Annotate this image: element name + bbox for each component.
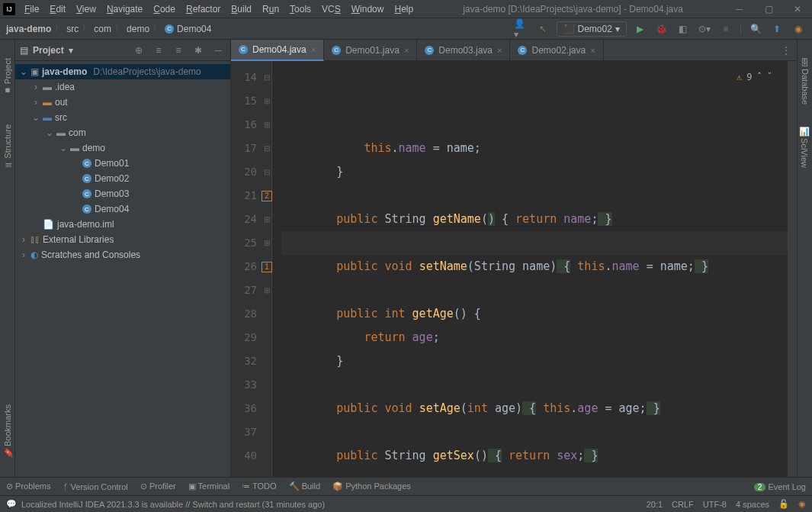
- crumb-demo[interactable]: demo: [127, 24, 149, 34]
- expand-all-button[interactable]: ≡: [151, 43, 166, 58]
- error-stripe[interactable]: [788, 61, 797, 477]
- titlebar: IJ File Edit View Navigate Code Refactor…: [0, 0, 812, 18]
- tool-problems[interactable]: ⊘ Problems: [6, 481, 51, 491]
- project-view-icon: ▤: [20, 45, 28, 56]
- maximize-button[interactable]: ▢: [757, 4, 780, 14]
- run-configuration-selector[interactable]: ⬛ Demo02 ▾: [557, 21, 627, 37]
- next-highlight-button[interactable]: ˇ: [767, 66, 772, 89]
- line-separator[interactable]: CRLF: [672, 500, 694, 509]
- panel-dropdown-icon[interactable]: ▾: [69, 45, 73, 56]
- tool-build[interactable]: 🔨 Build: [289, 481, 321, 491]
- close-button[interactable]: ✕: [786, 4, 809, 14]
- tree-demo[interactable]: ⌄▬demo: [15, 140, 230, 156]
- panel-settings-button[interactable]: ✱: [191, 43, 206, 58]
- tree-class-demo01[interactable]: CDemo01: [15, 156, 230, 171]
- line-number-gutter[interactable]: 1415161720212425262728293233363740: [231, 61, 262, 477]
- minimize-button[interactable]: ─: [728, 4, 751, 14]
- tabs-more-button[interactable]: ⋮: [775, 45, 797, 56]
- stop-button[interactable]: ■: [718, 21, 733, 37]
- tool-terminal[interactable]: ▣ Terminal: [188, 481, 229, 491]
- close-icon[interactable]: ×: [404, 46, 409, 55]
- collapse-all-button[interactable]: ≡: [171, 43, 186, 58]
- tool-structure-tab[interactable]: ⫼ Structure: [2, 121, 14, 172]
- tree-iml[interactable]: 📄java-demo.iml: [15, 217, 230, 232]
- menu-code[interactable]: Code: [149, 2, 180, 16]
- tab-demo03[interactable]: CDemo03.java×: [417, 40, 510, 61]
- tree-class-demo02[interactable]: CDemo02: [15, 171, 230, 186]
- menu-file[interactable]: File: [20, 2, 43, 16]
- tree-external-libs[interactable]: ›⫿⫿External Libraries: [15, 232, 230, 247]
- tool-profiler[interactable]: ⊙ Profiler: [140, 481, 176, 491]
- crumb-src[interactable]: src: [66, 24, 79, 34]
- run-button[interactable]: ▶: [633, 21, 648, 37]
- tab-demo02[interactable]: CDemo02.java×: [510, 40, 603, 61]
- tree-scratches[interactable]: ›◐Scratches and Consoles: [15, 247, 230, 262]
- right-tool-stripe: 🗄 Database 📊 SciView: [797, 40, 812, 477]
- editor-tabs: CDemo04.java× CDemo01.java× CDemo03.java…: [231, 40, 797, 61]
- close-icon[interactable]: ×: [590, 46, 595, 55]
- hide-panel-button[interactable]: ─: [210, 43, 226, 58]
- debug-button[interactable]: 🐞: [654, 21, 669, 37]
- readonly-lock-icon[interactable]: 🔓: [778, 499, 789, 509]
- select-opened-file-button[interactable]: ⊕: [131, 43, 146, 58]
- file-encoding[interactable]: UTF-8: [703, 500, 727, 509]
- back-arrow-icon[interactable]: ↖: [535, 21, 550, 37]
- menu-run[interactable]: Run: [258, 2, 284, 16]
- tool-vcs[interactable]: ᚶ Version Control: [63, 482, 128, 491]
- tool-python-packages[interactable]: 📦 Python Packages: [332, 481, 411, 491]
- inspection-widget[interactable]: ⚠ 9 ˆ ˇ: [737, 66, 772, 89]
- project-tree[interactable]: ⌄▣ java-demo D:\IdeaProjects\java-demo ›…: [15, 61, 230, 477]
- coverage-button[interactable]: ◧: [676, 21, 691, 37]
- tool-project-tab[interactable]: ■ Project: [2, 55, 14, 98]
- menu-vcs[interactable]: VCS: [317, 2, 345, 16]
- close-icon[interactable]: ×: [497, 46, 502, 55]
- code-editor[interactable]: ⚠ 9 ˆ ˇ this.name = name; } public Strin…: [272, 61, 788, 477]
- menu-help[interactable]: Help: [390, 2, 418, 16]
- caret-position[interactable]: 20:1: [647, 500, 663, 509]
- navigation-bar: java-demo 〉 src 〉 com 〉 demo 〉 C Demo04 …: [0, 18, 812, 40]
- notification-icon[interactable]: 💬: [6, 499, 17, 509]
- tool-todo[interactable]: ≔ TODO: [242, 481, 276, 491]
- tree-class-demo04[interactable]: CDemo04: [15, 201, 230, 217]
- memory-indicator-icon[interactable]: ◉: [798, 499, 806, 509]
- indent-settings[interactable]: 4 spaces: [736, 500, 769, 509]
- menu-build[interactable]: Build: [226, 2, 256, 16]
- app-logo-icon: IJ: [3, 3, 15, 15]
- profile-button[interactable]: ⊙▾: [697, 21, 712, 37]
- close-icon[interactable]: ×: [311, 45, 316, 54]
- tree-out[interactable]: ›▬out: [15, 95, 230, 110]
- menu-navigate[interactable]: Navigate: [102, 2, 147, 16]
- tree-idea[interactable]: ›▬.idea: [15, 79, 230, 95]
- menu-window[interactable]: Window: [347, 2, 389, 16]
- tool-sciview-tab[interactable]: 📊 SciView: [798, 123, 811, 171]
- crumb-com[interactable]: com: [94, 24, 111, 34]
- bottom-tool-stripe: ⊘ Problems ᚶ Version Control ⊙ Profiler …: [0, 477, 812, 495]
- crumb-project[interactable]: java-demo: [6, 24, 51, 34]
- tree-com[interactable]: ⌄▬com: [15, 125, 230, 140]
- prev-highlight-button[interactable]: ˆ: [757, 66, 762, 89]
- tab-demo01[interactable]: CDemo01.java×: [324, 40, 417, 61]
- panel-title: Project: [33, 45, 64, 56]
- window-title: java-demo [D:\IdeaProjects\java-demo] - …: [418, 4, 728, 14]
- user-icon[interactable]: 👤▾: [514, 21, 529, 37]
- menu-tools[interactable]: Tools: [285, 2, 316, 16]
- menu-refactor[interactable]: Refactor: [181, 2, 225, 16]
- status-message[interactable]: Localized IntelliJ IDEA 2021.3.3 is avai…: [21, 500, 325, 509]
- menu-edit[interactable]: Edit: [45, 2, 70, 16]
- crumb-class[interactable]: Demo04: [177, 24, 211, 34]
- fold-gutter[interactable]: ⊟ ⊞ ⊞ ⊟ ⊟2⊞ ⊞1⊞: [262, 61, 272, 477]
- tab-demo04[interactable]: CDemo04.java×: [231, 40, 324, 61]
- tree-src[interactable]: ⌄▬src: [15, 110, 230, 125]
- breadcrumb: java-demo 〉 src 〉 com 〉 demo 〉 C Demo04: [6, 22, 211, 35]
- tool-bookmarks-tab[interactable]: 🔖 Bookmarks: [1, 401, 14, 462]
- search-everywhere-button[interactable]: 🔍: [748, 21, 763, 37]
- tree-class-demo03[interactable]: CDemo03: [15, 186, 230, 201]
- ide-settings-icon[interactable]: ◉: [791, 21, 806, 37]
- left-tool-stripe: ■ Project ⫼ Structure 🔖 Bookmarks: [0, 40, 15, 477]
- tool-database-tab[interactable]: 🗄 Database: [799, 55, 811, 108]
- update-button[interactable]: ⬆: [769, 21, 785, 37]
- project-panel: ▤ Project ▾ ⊕ ≡ ≡ ✱ ─ ⌄▣ java-demo D:\Id…: [15, 40, 231, 477]
- tree-root[interactable]: ⌄▣ java-demo D:\IdeaProjects\java-demo: [15, 64, 230, 79]
- menu-view[interactable]: View: [72, 2, 101, 16]
- event-log-button[interactable]: 2 Event Log: [754, 482, 806, 491]
